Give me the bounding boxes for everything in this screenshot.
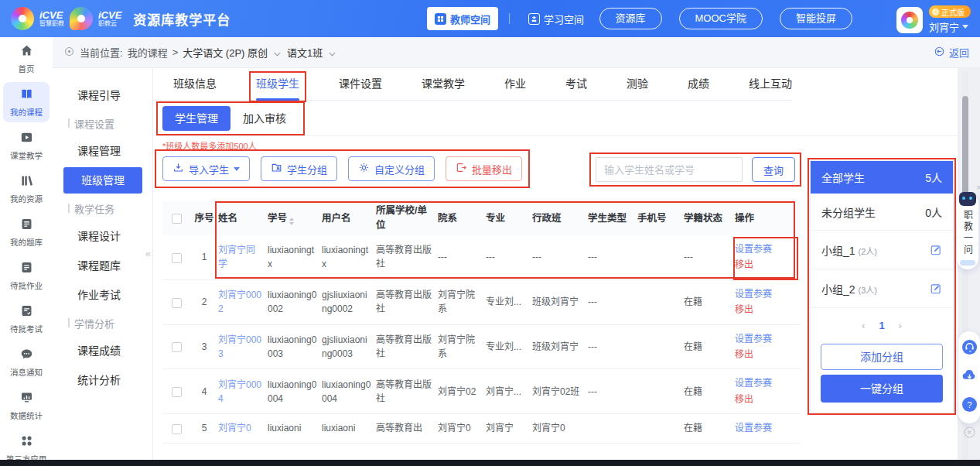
course-menu-item-5[interactable]: 课程设计	[53, 221, 152, 251]
collapse-menu-icon[interactable]: «	[145, 248, 151, 259]
remove-link[interactable]: 移出	[735, 347, 796, 362]
sidebar-item-6[interactable]: 待批考试	[3, 299, 50, 339]
space-switcher: 教师空间 学习空间	[427, 0, 592, 37]
student-table: 序号姓名学号用户名所属学校/单位院系专业行政班学生类型手机号学籍状态操作 1刘宵…	[162, 201, 801, 460]
search-input[interactable]	[596, 157, 743, 182]
chevron-down-icon[interactable]	[329, 47, 336, 59]
breadcrumb-course[interactable]: 大学语文 (2P) 原创	[183, 45, 268, 60]
course-menu-item-0[interactable]: 课程引导	[53, 81, 152, 110]
sidebar-item-3[interactable]: 我的资源	[3, 169, 50, 209]
cell-department: 刘宵宁02	[438, 385, 486, 399]
row-checkbox[interactable]	[162, 385, 190, 399]
group-row-1[interactable]: 小组_2 (3人)	[811, 269, 953, 308]
course-menu-item-10[interactable]: 统计分析	[53, 365, 152, 395]
student-name-link[interactable]: 刘宵宁0	[218, 423, 251, 433]
current-page[interactable]: 1	[879, 320, 884, 331]
back-button[interactable]: 返回	[934, 45, 969, 60]
smart-casting-button[interactable]: 智能投屏	[780, 8, 852, 29]
edit-group-icon[interactable]	[930, 244, 942, 256]
row-checkbox[interactable]	[162, 421, 190, 435]
sidebar-item-8[interactable]: 数据统计	[3, 385, 50, 426]
custom-group-button[interactable]: 自定义分组	[348, 156, 435, 181]
remove-link[interactable]: 移出	[735, 392, 796, 407]
row-checkbox[interactable]	[162, 340, 190, 354]
next-page-icon[interactable]: ›	[899, 320, 902, 331]
column-header-2[interactable]: 学号	[268, 211, 322, 226]
batch-remove-button[interactable]: 批量移出	[446, 156, 522, 181]
sidebar-item-5[interactable]: 待批作业	[3, 255, 50, 296]
course-menu-item-3[interactable]: 班级管理	[63, 167, 142, 194]
set-contest-link[interactable]: 设置参赛	[735, 286, 796, 302]
assistant-widget[interactable]: × 职教一问	[957, 186, 978, 269]
ungrouped-students-row[interactable]: 未分组学生 0人	[811, 194, 953, 231]
group-row-0[interactable]: 小组_1 (2人)	[811, 231, 953, 269]
sidebar-item-2[interactable]: 课堂教学	[3, 125, 50, 166]
column-header-7: 行政班	[532, 211, 588, 226]
course-menu-item-2[interactable]: 课程管理	[53, 136, 152, 166]
sidebar-item-7[interactable]: 消息通知	[3, 342, 50, 382]
remove-link[interactable]: 移出	[735, 302, 796, 317]
course-menu-item-7[interactable]: 作业考试	[53, 280, 152, 310]
class-tab-7[interactable]: 成绩	[688, 68, 709, 101]
student-subtab-1[interactable]: 加入审核	[230, 106, 299, 131]
svg-text:?: ?	[967, 400, 971, 409]
sidebar-item-1[interactable]: 我的课程	[3, 82, 50, 122]
chevron-down-icon[interactable]	[274, 47, 281, 59]
course-menu-item-6[interactable]: 课程题库	[53, 251, 152, 280]
help-icon[interactable]: ?	[961, 396, 978, 416]
cell-status: 在籍	[684, 385, 735, 399]
set-contest-link[interactable]: 设置参赛	[735, 242, 796, 257]
add-group-button[interactable]: 添加分组	[821, 344, 943, 370]
close-widgets-icon[interactable]	[963, 426, 976, 439]
icve-zhijiaoyun-logo-icon	[70, 7, 93, 30]
mooc-college-button[interactable]: MOOC学院	[679, 8, 763, 29]
student-space-button[interactable]: 学习空间	[521, 7, 592, 30]
query-button[interactable]: 查询	[752, 157, 795, 182]
class-tab-2[interactable]: 课件设置	[339, 68, 382, 101]
close-icon[interactable]: ×	[976, 183, 980, 192]
set-contest-link[interactable]: 设置参赛	[735, 331, 796, 347]
breadcrumb-my-courses[interactable]: 我的课程	[128, 45, 168, 60]
remove-link[interactable]: 移出	[735, 257, 796, 272]
column-header-8: 学生类型	[588, 211, 637, 226]
user-menu[interactable]: 刘宵宁	[929, 19, 968, 34]
teacher-space-button[interactable]: 教师空间	[427, 7, 498, 30]
import-students-button[interactable]: 导入学生	[162, 156, 250, 181]
student-name-link[interactable]: 刘宵宁同学	[218, 245, 255, 269]
student-name-link[interactable]: 刘宵宁0003	[218, 334, 261, 359]
class-tab-8[interactable]: 线上互动	[749, 68, 792, 101]
auto-group-button[interactable]: 一键分组	[821, 375, 943, 403]
student-name-link[interactable]: 刘宵宁0002	[218, 290, 261, 314]
select-all-checkbox[interactable]	[162, 211, 190, 226]
set-contest-link[interactable]: 设置参赛	[735, 420, 796, 436]
sidebar-item-4[interactable]: 我的题库	[3, 212, 50, 252]
cell-username: liuxiaoningtx	[322, 243, 376, 271]
download-icon[interactable]	[961, 368, 978, 387]
class-tab-0[interactable]: 班级信息	[173, 68, 217, 101]
class-tab-4[interactable]: 作业	[504, 68, 526, 101]
student-search: 查询	[596, 157, 795, 182]
cell-major: 专业刘...	[486, 295, 532, 309]
avatar[interactable]	[896, 7, 923, 33]
sidebar-item-0[interactable]: 首页	[3, 39, 50, 79]
breadcrumb-class[interactable]: 语文1班	[287, 45, 323, 60]
resource-library-button[interactable]: 资源库	[599, 8, 662, 29]
prev-page-icon[interactable]: ‹	[862, 320, 865, 331]
set-contest-link[interactable]: 设置参赛	[735, 375, 796, 391]
course-menu-item-9[interactable]: 课程成绩	[53, 336, 152, 365]
student-subtab-0[interactable]: 学生管理	[162, 106, 230, 131]
cell-student_no: liuxiaoning0003	[268, 333, 322, 361]
cell-username: liuxiaoni	[322, 421, 376, 435]
class-tab-1[interactable]: 班级学生	[256, 68, 299, 101]
all-students-row[interactable]: 全部学生 5人	[811, 161, 953, 194]
group-students-button[interactable]: 学生分组	[261, 156, 337, 181]
class-tab-3[interactable]: 课堂教学	[422, 68, 465, 101]
row-checkbox[interactable]	[162, 250, 190, 264]
class-tab-5[interactable]: 考试	[565, 68, 587, 101]
class-tab-6[interactable]: 测验	[627, 68, 648, 101]
customer-service-icon[interactable]	[961, 339, 978, 358]
edit-group-icon[interactable]	[930, 283, 942, 295]
column-header-11: 操作	[735, 211, 801, 226]
student-name-link[interactable]: 刘宵宁0004	[218, 379, 261, 404]
row-checkbox[interactable]	[162, 295, 190, 309]
